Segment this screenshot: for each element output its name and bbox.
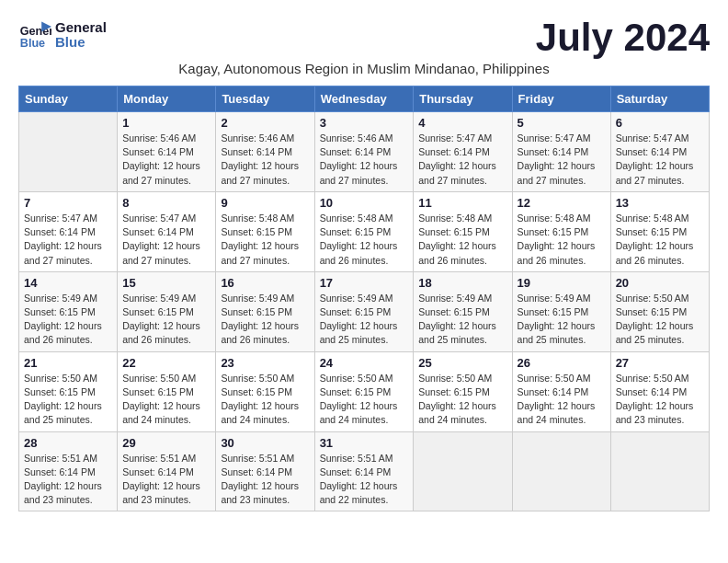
day-number: 3 (320, 116, 409, 130)
logo-icon: General Blue (18, 18, 51, 52)
calendar-cell: 16Sunrise: 5:49 AM Sunset: 6:15 PM Dayli… (216, 271, 314, 351)
column-header-sunday: Sunday (19, 86, 118, 112)
calendar-cell: 5Sunrise: 5:47 AM Sunset: 6:14 PM Daylig… (512, 112, 610, 192)
day-number: 1 (122, 116, 210, 130)
day-info: Sunrise: 5:49 AM Sunset: 6:15 PM Dayligh… (320, 292, 409, 348)
day-info: Sunrise: 5:50 AM Sunset: 6:14 PM Dayligh… (616, 372, 704, 428)
day-number: 4 (418, 116, 506, 130)
column-header-tuesday: Tuesday (216, 86, 314, 112)
day-number: 13 (616, 196, 704, 210)
calendar-body: 1Sunrise: 5:46 AM Sunset: 6:14 PM Daylig… (19, 112, 710, 511)
day-info: Sunrise: 5:48 AM Sunset: 6:15 PM Dayligh… (616, 212, 704, 268)
day-number: 7 (24, 196, 112, 210)
day-info: Sunrise: 5:46 AM Sunset: 6:14 PM Dayligh… (122, 132, 210, 188)
calendar-cell: 29Sunrise: 5:51 AM Sunset: 6:14 PM Dayli… (118, 431, 216, 511)
calendar-cell: 27Sunrise: 5:50 AM Sunset: 6:14 PM Dayli… (610, 351, 709, 431)
column-header-saturday: Saturday (610, 86, 709, 112)
column-header-thursday: Thursday (414, 86, 512, 112)
day-info: Sunrise: 5:46 AM Sunset: 6:14 PM Dayligh… (320, 132, 409, 188)
day-info: Sunrise: 5:47 AM Sunset: 6:14 PM Dayligh… (24, 212, 112, 268)
day-info: Sunrise: 5:50 AM Sunset: 6:15 PM Dayligh… (221, 372, 309, 428)
calendar-cell: 9Sunrise: 5:48 AM Sunset: 6:15 PM Daylig… (216, 191, 314, 271)
calendar-cell: 24Sunrise: 5:50 AM Sunset: 6:15 PM Dayli… (314, 351, 414, 431)
calendar-cell (512, 431, 610, 511)
header: General Blue General Blue July 2024 (18, 18, 710, 57)
calendar-cell: 11Sunrise: 5:48 AM Sunset: 6:15 PM Dayli… (414, 191, 512, 271)
day-info: Sunrise: 5:50 AM Sunset: 6:15 PM Dayligh… (122, 372, 210, 428)
day-number: 15 (122, 276, 210, 290)
calendar-cell: 14Sunrise: 5:49 AM Sunset: 6:15 PM Dayli… (19, 271, 118, 351)
calendar-header-row: SundayMondayTuesdayWednesdayThursdayFrid… (19, 86, 710, 112)
day-info: Sunrise: 5:49 AM Sunset: 6:15 PM Dayligh… (221, 292, 309, 348)
calendar-subtitle: Kagay, Autonomous Region in Muslim Minda… (18, 61, 710, 76)
logo-line1: General (55, 20, 107, 36)
day-number: 16 (221, 276, 309, 290)
day-info: Sunrise: 5:50 AM Sunset: 6:15 PM Dayligh… (24, 372, 112, 428)
column-header-monday: Monday (118, 86, 216, 112)
calendar-week-row: 28Sunrise: 5:51 AM Sunset: 6:14 PM Dayli… (19, 431, 710, 511)
calendar-cell: 3Sunrise: 5:46 AM Sunset: 6:14 PM Daylig… (314, 112, 414, 192)
day-info: Sunrise: 5:48 AM Sunset: 6:15 PM Dayligh… (320, 212, 409, 268)
day-info: Sunrise: 5:51 AM Sunset: 6:14 PM Dayligh… (122, 452, 210, 508)
day-number: 2 (221, 116, 309, 130)
day-number: 25 (418, 356, 506, 370)
day-info: Sunrise: 5:50 AM Sunset: 6:14 PM Dayligh… (518, 372, 606, 428)
column-header-wednesday: Wednesday (314, 86, 414, 112)
calendar-week-row: 14Sunrise: 5:49 AM Sunset: 6:15 PM Dayli… (19, 271, 710, 351)
calendar-table: SundayMondayTuesdayWednesdayThursdayFrid… (18, 86, 710, 511)
day-number: 18 (418, 276, 506, 290)
logo-line2: Blue (55, 35, 107, 51)
day-number: 21 (24, 356, 112, 370)
day-info: Sunrise: 5:50 AM Sunset: 6:15 PM Dayligh… (616, 292, 704, 348)
calendar-cell: 12Sunrise: 5:48 AM Sunset: 6:15 PM Dayli… (512, 191, 610, 271)
calendar-cell: 20Sunrise: 5:50 AM Sunset: 6:15 PM Dayli… (610, 271, 709, 351)
calendar-cell: 23Sunrise: 5:50 AM Sunset: 6:15 PM Dayli… (216, 351, 314, 431)
calendar-cell: 2Sunrise: 5:46 AM Sunset: 6:14 PM Daylig… (216, 112, 314, 192)
calendar-week-row: 1Sunrise: 5:46 AM Sunset: 6:14 PM Daylig… (19, 112, 710, 192)
day-number: 9 (221, 196, 309, 210)
day-number: 30 (221, 436, 309, 450)
day-number: 26 (518, 356, 606, 370)
calendar-cell: 13Sunrise: 5:48 AM Sunset: 6:15 PM Dayli… (610, 191, 709, 271)
day-info: Sunrise: 5:48 AM Sunset: 6:15 PM Dayligh… (418, 212, 506, 268)
day-number: 11 (418, 196, 506, 210)
calendar-cell: 30Sunrise: 5:51 AM Sunset: 6:14 PM Dayli… (216, 431, 314, 511)
day-info: Sunrise: 5:50 AM Sunset: 6:15 PM Dayligh… (320, 372, 409, 428)
calendar-cell: 21Sunrise: 5:50 AM Sunset: 6:15 PM Dayli… (19, 351, 118, 431)
calendar-cell: 28Sunrise: 5:51 AM Sunset: 6:14 PM Dayli… (19, 431, 118, 511)
day-number: 27 (616, 356, 704, 370)
day-info: Sunrise: 5:51 AM Sunset: 6:14 PM Dayligh… (221, 452, 309, 508)
day-number: 29 (122, 436, 210, 450)
day-info: Sunrise: 5:51 AM Sunset: 6:14 PM Dayligh… (24, 452, 112, 508)
calendar-cell: 1Sunrise: 5:46 AM Sunset: 6:14 PM Daylig… (118, 112, 216, 192)
day-info: Sunrise: 5:51 AM Sunset: 6:14 PM Dayligh… (320, 452, 409, 508)
day-number: 17 (320, 276, 409, 290)
calendar-cell (610, 431, 709, 511)
calendar-cell: 22Sunrise: 5:50 AM Sunset: 6:15 PM Dayli… (118, 351, 216, 431)
month-title: July 2024 (536, 18, 710, 57)
day-number: 10 (320, 196, 409, 210)
day-number: 19 (518, 276, 606, 290)
day-info: Sunrise: 5:47 AM Sunset: 6:14 PM Dayligh… (122, 212, 210, 268)
day-number: 28 (24, 436, 112, 450)
day-number: 8 (122, 196, 210, 210)
calendar-cell: 25Sunrise: 5:50 AM Sunset: 6:15 PM Dayli… (414, 351, 512, 431)
day-info: Sunrise: 5:50 AM Sunset: 6:15 PM Dayligh… (418, 372, 506, 428)
day-number: 31 (320, 436, 409, 450)
day-number: 14 (24, 276, 112, 290)
day-number: 22 (122, 356, 210, 370)
logo: General Blue General Blue (18, 18, 107, 52)
calendar-cell: 4Sunrise: 5:47 AM Sunset: 6:14 PM Daylig… (414, 112, 512, 192)
calendar-week-row: 21Sunrise: 5:50 AM Sunset: 6:15 PM Dayli… (19, 351, 710, 431)
day-info: Sunrise: 5:48 AM Sunset: 6:15 PM Dayligh… (221, 212, 309, 268)
calendar-cell: 6Sunrise: 5:47 AM Sunset: 6:14 PM Daylig… (610, 112, 709, 192)
calendar-cell: 8Sunrise: 5:47 AM Sunset: 6:14 PM Daylig… (118, 191, 216, 271)
day-number: 5 (518, 116, 606, 130)
calendar-cell: 31Sunrise: 5:51 AM Sunset: 6:14 PM Dayli… (314, 431, 414, 511)
day-number: 6 (616, 116, 704, 130)
calendar-cell (414, 431, 512, 511)
day-info: Sunrise: 5:49 AM Sunset: 6:15 PM Dayligh… (418, 292, 506, 348)
day-info: Sunrise: 5:49 AM Sunset: 6:15 PM Dayligh… (122, 292, 210, 348)
day-info: Sunrise: 5:47 AM Sunset: 6:14 PM Dayligh… (418, 132, 506, 188)
day-number: 23 (221, 356, 309, 370)
